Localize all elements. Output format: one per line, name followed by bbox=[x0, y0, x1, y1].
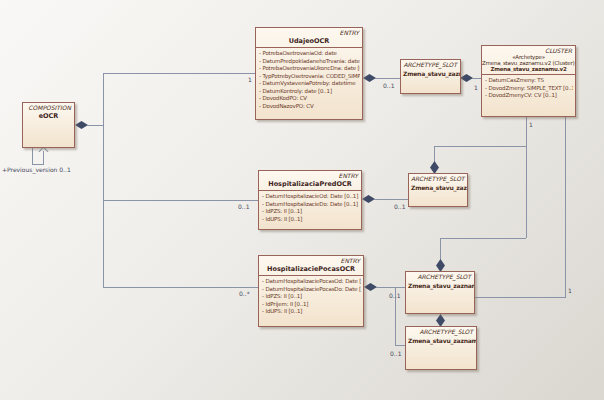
attribute: - DovodZmeny: SIMPLE_TEXT [0..1] bbox=[485, 85, 573, 93]
connector-segment bbox=[434, 146, 435, 163]
stereotype-label: ARCHETYPE_SLOT bbox=[406, 327, 476, 335]
stereotype-label: COMPOSITION bbox=[23, 103, 74, 111]
connector-segment bbox=[376, 287, 405, 288]
class-title: Zmena_stavu_zaznamu bbox=[401, 68, 460, 78]
connector-segment bbox=[103, 73, 255, 74]
connector-segment bbox=[472, 78, 481, 79]
class-title: Zmena_stavu_zaznamu.v2 bbox=[482, 66, 575, 72]
attribute-list: - DatumHospitalizacieOd: Date [0..1] - D… bbox=[259, 190, 361, 224]
multiplicity-label: 0..1 bbox=[394, 203, 405, 210]
connector-segment bbox=[440, 238, 526, 239]
attribute: - DatumVystaveniaPotreby: datetime bbox=[259, 80, 360, 88]
class-slot-zmena-stavu-zaznamu-ups[interactable]: ARCHETYPE_SLOT Zmena_stavu_zaznamu_UPS bbox=[405, 271, 475, 314]
multiplicity-label: 1 bbox=[248, 76, 252, 83]
attribute: - DovodNazovPO: CV bbox=[259, 103, 360, 111]
connector-segment bbox=[565, 117, 566, 297]
class-title: eOCR bbox=[23, 111, 74, 122]
class-title: HospitalizaciePocasOCR bbox=[259, 264, 363, 275]
class-title: Zmena_stavu_zaznamu_UPS bbox=[406, 280, 474, 290]
attribute: - IdPZS: II [0..1] bbox=[262, 208, 359, 216]
attribute-list: - DatumCasZmeny: TS - DovodZmeny: SIMPLE… bbox=[482, 74, 575, 101]
attribute: - DatumCasZmeny: TS bbox=[485, 77, 573, 85]
multiplicity-label: 0..1 bbox=[389, 292, 400, 299]
class-title: HospitalizaciaPredOCR bbox=[259, 179, 361, 190]
connector-segment bbox=[103, 287, 258, 288]
attribute: - TypPotrebyOsetrovania: CODED_SIMPLE bbox=[259, 73, 360, 81]
attribute: - DatumPredpokladanehoTrvania: date bbox=[259, 58, 360, 66]
attribute: - DatumKontroly: date [0..1] bbox=[259, 88, 360, 96]
attribute: - PotrebaOsetrovaniaUkoncDna: date [0..1… bbox=[259, 65, 360, 73]
attribute: - IdPZS: II [0..1] bbox=[262, 293, 361, 301]
connector-segment bbox=[440, 238, 441, 260]
multiplicity-label: 0..* bbox=[239, 290, 250, 297]
class-slot-zmena-stavu-zaznamu-top[interactable]: ARCHETYPE_SLOT Zmena_stavu_zaznamu bbox=[400, 59, 461, 94]
multiplicity-label: 0..1 bbox=[238, 203, 249, 210]
connector-segment bbox=[434, 146, 526, 147]
attribute: - IdUPS: II [0..1] bbox=[262, 216, 359, 224]
stereotype-label: ENTRY bbox=[259, 171, 361, 179]
multiplicity-label: 1 bbox=[568, 287, 572, 294]
stereotype-label: ENTRY bbox=[259, 256, 363, 264]
class-title: UdajeoOCR bbox=[256, 36, 362, 47]
class-hospitalizaciapredocr[interactable]: ENTRY HospitalizaciaPredOCR - DatumHospi… bbox=[258, 170, 362, 230]
multiplicity-label: 1 bbox=[529, 121, 533, 128]
connector-segment bbox=[395, 345, 405, 346]
connector-segment bbox=[374, 199, 408, 200]
diagram-canvas: 1 0..1 0..* 0..1 1 1 0..1 0..1 1 0..1 +P… bbox=[0, 0, 604, 400]
class-udajeoocr[interactable]: ENTRY UdajeoOCR - PotrebaOsetrovaniaOd: … bbox=[255, 27, 363, 120]
attribute: - DatumHospitalizacieOd: Date [0..1] bbox=[262, 193, 359, 201]
stereotype-label: ARCHETYPE_SLOT bbox=[406, 272, 474, 280]
class-slot-zmena-stavu-zaznamu-mid[interactable]: ARCHETYPE_SLOT Zmena_stavu_zaznamu bbox=[408, 173, 468, 207]
multiplicity-label: 0..1 bbox=[383, 82, 394, 89]
class-title: Zmena_stavu_zaznamu bbox=[409, 182, 467, 192]
multiplicity-label: 1 bbox=[474, 84, 478, 91]
previous-version-label: +Previous_version 0..1 bbox=[2, 166, 71, 173]
attribute: - DovodZmenyCV: CV [0..1] bbox=[485, 92, 573, 100]
connector-segment bbox=[375, 78, 400, 79]
class-eocr[interactable]: COMPOSITION eOCR bbox=[22, 102, 75, 148]
attribute: - DatumHospitalizaciePocasDo: Date [0..1… bbox=[262, 286, 361, 294]
stereotype-label: ARCHETYPE_SLOT bbox=[401, 60, 460, 68]
attribute-list: - PotrebaOsetrovaniaOd: date - DatumPred… bbox=[256, 47, 362, 111]
connector-segment bbox=[87, 125, 104, 126]
generalization-arrow-icon bbox=[39, 147, 49, 157]
attribute: - IdUPS: II [0..1] bbox=[262, 308, 361, 316]
attribute: - DatumHospitalizaciePocasOd: Date [0..1… bbox=[262, 278, 361, 286]
attribute: - DatumHospitalizacieDo: Date [0..1] bbox=[262, 201, 359, 209]
stereotype-label: ARCHETYPE_SLOT bbox=[409, 174, 467, 182]
attribute: - IdPrijem: II [0..1] bbox=[262, 301, 361, 309]
connector-segment bbox=[103, 73, 104, 288]
class-hospitalizaciepocasocr[interactable]: ENTRY HospitalizaciePocasOCR - DatumHosp… bbox=[258, 255, 364, 327]
class-slot-zmena-stavu-zaznamu-spp[interactable]: ARCHETYPE_SLOT Zmena_stavu_zaznamu_SPP bbox=[405, 326, 477, 370]
attribute: - DovodKodPO: CV bbox=[259, 95, 360, 103]
connector-segment bbox=[475, 297, 566, 298]
attribute-list: - DatumHospitalizaciePocasOd: Date [0..1… bbox=[259, 275, 363, 317]
stereotype-label: ENTRY bbox=[256, 28, 362, 36]
connector-segment bbox=[32, 148, 33, 165]
attribute: - PotrebaOsetrovaniaOd: date bbox=[259, 50, 360, 58]
class-cluster-zmena-stavu-zaznamu[interactable]: CLUSTER «Archetype» Zmena_stavu_zaznamu.… bbox=[481, 45, 576, 117]
multiplicity-label: 0..1 bbox=[390, 350, 401, 357]
connector-segment bbox=[526, 117, 527, 238]
stereotype-label: CLUSTER bbox=[482, 46, 575, 54]
class-title: Zmena_stavu_zaznamu_SPP bbox=[406, 335, 476, 345]
connector-segment bbox=[103, 200, 258, 201]
